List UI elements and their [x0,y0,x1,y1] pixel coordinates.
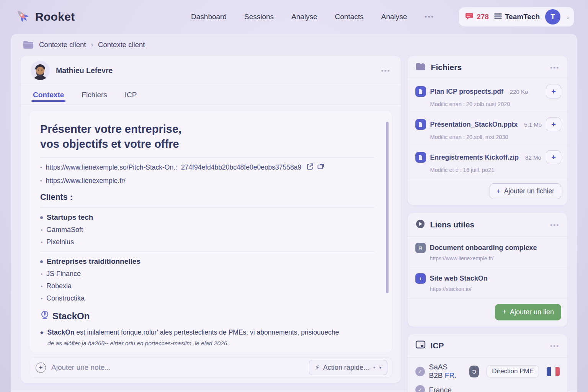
group-title: Startups tech [40,213,374,222]
file-row[interactable]: Plan ICP prospects.pdf 220 Ko + Modific … [408,79,567,112]
folder-icon [23,40,34,50]
bullet: • [40,165,42,170]
site-link[interactable]: https://www.lienexemple.fr/ [46,177,126,185]
bullet [40,216,43,219]
clients-heading: Clients : [40,193,374,202]
add-file-button[interactable]: + Ajouter un fichier [490,183,561,199]
quick-action-button[interactable]: ⚡ Action rapide... ✦ ▾ [309,360,387,375]
folder-icon [415,62,426,73]
top-bar: Rooket Dashboard Sessions Analyse Contac… [0,0,588,34]
link-row[interactable]: t Site web StackOn https://stackon.io/ [408,268,567,298]
brand: Rooket [14,7,167,26]
tab-fichiers[interactable]: Fichiers [82,85,107,105]
team-switcher[interactable]: TeamTech [494,13,540,21]
icp-criterion: France [429,386,452,392]
link-row[interactable]: Fl Document onboarding complexe https://… [408,237,567,268]
sparkle-icon: ✦ [372,366,376,370]
nav-analyse-2[interactable]: Analyse [381,13,407,21]
monitor-icon [415,340,426,351]
client-group-startups: Startups tech GammaSoft Pixelnius [40,213,374,246]
external-link-icon[interactable] [307,163,314,172]
check-icon: ✓ [415,367,425,376]
check-icon: ✓ [415,385,425,392]
right-sidebar: Fichiers ••• Plan ICP prospects.pdf 220 … [407,56,568,383]
nav-sessions[interactable]: Sessions [244,13,274,21]
bullet [41,286,42,287]
stackon-bullet: ◆ StackOn est inilalement forique.rolur'… [40,328,374,337]
file-size: 5,1 Mo [524,121,542,128]
files-panel-header: Fichiers ••• [408,56,567,79]
bullet [41,298,42,299]
breadcrumb-item-2[interactable]: Contexte client [98,41,145,49]
list-item: Robexia [41,282,374,290]
notification-counter[interactable]: 278 [465,12,489,22]
link-url: https://stackon.io/ [430,286,560,292]
breadcrumb: Contexte client › Contexte client [20,34,568,56]
note-input[interactable]: Ajouter une note... [51,363,111,372]
icp-menu-icon[interactable]: ••• [550,343,560,349]
card-menu-icon[interactable]: ••• [381,67,391,74]
nav-analyse[interactable]: Analyse [291,13,317,21]
file-row[interactable]: Enregistrements Kickoff.zip 82 Mo + Modi… [408,145,567,178]
rocket-logo-icon [14,7,31,26]
nav-contacts[interactable]: Contacts [335,13,364,21]
chevron-down-icon[interactable]: ⌄ [566,14,570,20]
main-nav: Dashboard Sessions Analyse Contacts Anal… [167,13,459,21]
links-panel-title: Liens utiles [430,220,475,229]
bullet [41,229,42,231]
message-icon [465,12,474,22]
links-menu-icon[interactable]: ••• [550,222,560,228]
file-size: 82 Mo [525,154,541,161]
dark-badge[interactable]: Ɔ [469,366,479,377]
play-circle-icon [415,219,425,230]
list-icon [494,13,502,21]
breadcrumb-item-1[interactable]: Contexte client [39,41,86,49]
files-panel: Fichiers ••• Plan ICP prospects.pdf 220 … [407,56,568,206]
pitch-link-hash[interactable]: 274f94efd4bb20bc48fe0e0eobs37558a9 [181,163,301,172]
divider [40,252,374,252]
file-add-button[interactable]: + [546,118,561,131]
client-avatar[interactable] [31,61,50,80]
context-document: Présenter votre entreprise, vos objectif… [29,111,392,353]
tab-contexte[interactable]: Contexte [33,85,64,105]
links-panel-header: Liens utiles ••• [408,213,567,237]
stackon-note: de as alófier·ja ha26θ-- elrter oriu en … [47,340,374,347]
add-note-icon[interactable]: + [36,363,46,373]
list-item: JS Finance [41,270,374,278]
bullet [41,242,42,243]
file-row[interactable]: Présentation_StackOn.pptx 5,1 Mo + Modif… [408,112,567,145]
user-avatar[interactable]: T [545,9,560,24]
nav-dashboard[interactable]: Dashboard [191,13,227,21]
lightning-icon: ⚡ [315,363,320,372]
list-item: Pixelnius [41,238,374,246]
chevron-down-icon: ▾ [379,365,382,370]
files-panel-title: Fichiers [431,63,462,72]
file-add-button[interactable]: + [546,150,561,164]
document-title: Présenter votre entreprise, vos objectif… [40,122,278,151]
file-modified: Modific enan : 20.soll. mxt 2030 [430,134,561,140]
link-actions [307,163,325,172]
file-add-button[interactable]: + [546,85,561,98]
file-icon [415,152,426,163]
links-panel: Liens utiles ••• Fl Document onboarding … [407,212,568,327]
add-link-button[interactable]: + Ajouter un lien [495,304,561,320]
file-icon [415,119,426,130]
link-url: https://www.lienexemple.fr/ [430,255,560,261]
bullet: • [40,178,42,184]
nav-more-icon[interactable]: ••• [425,13,434,20]
account-pill[interactable]: 278 TeamTech T ⌄ [459,7,574,27]
app-shell: Contexte client › Contexte client [11,34,577,392]
pitch-link[interactable]: https://www.lienexemple.so/Pitch-Stack-O… [46,163,177,172]
content-scrollbar[interactable] [386,122,389,293]
link-icon: Fl [415,243,426,253]
copy-icon[interactable] [317,163,325,172]
icp-criterion: SaAS B2B FR. [429,363,462,380]
tab-icp[interactable]: ICP [125,85,137,105]
icp-panel-header: ICP ••• [408,334,567,358]
rocket-small-icon [40,310,49,322]
client-group-traditionnelles: Entreprises traiditionnelles JS Finance … [40,257,374,302]
team-name: TeamTech [505,13,540,21]
files-menu-icon[interactable]: ••• [550,64,560,71]
icp-criterion-row: ✓ SaAS B2B FR. Ɔ Direction PME [408,358,567,380]
link-icon: t [415,273,426,284]
